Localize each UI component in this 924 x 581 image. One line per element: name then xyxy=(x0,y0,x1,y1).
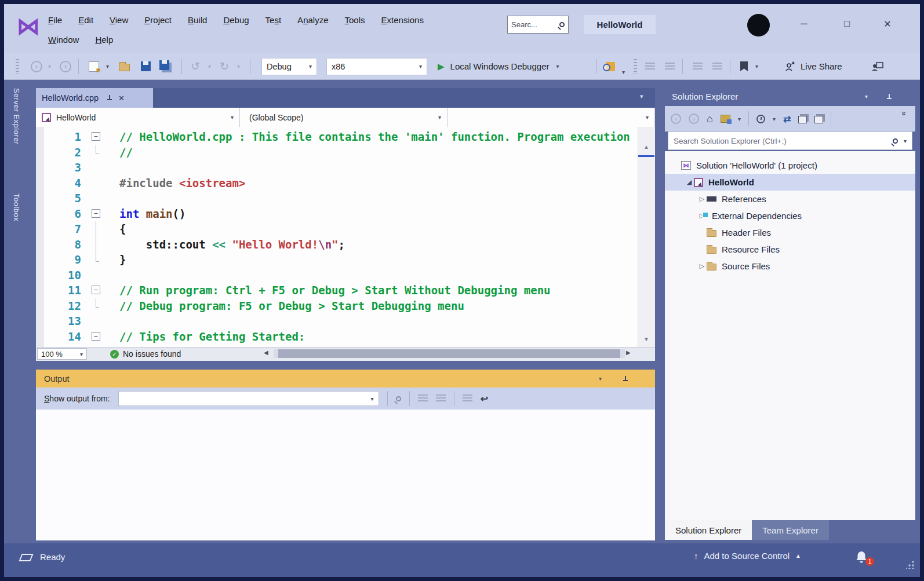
open-file-button[interactable] xyxy=(119,53,130,79)
pin-icon[interactable] xyxy=(623,376,628,382)
nav-project-dropdown[interactable]: HelloWorld ▾ xyxy=(36,108,240,127)
menu-debug[interactable]: Debug xyxy=(215,12,257,28)
user-avatar[interactable] xyxy=(747,14,770,36)
sync-with-active-document-icon[interactable]: ⇄ xyxy=(783,114,791,125)
solution-explorer-search-input[interactable]: Search Solution Explorer (Ctrl+;) ▾ xyxy=(668,131,912,150)
send-feedback-button[interactable] xyxy=(871,53,884,79)
menu-edit[interactable]: Edit xyxy=(70,12,101,28)
collapse-all-icon[interactable] xyxy=(814,116,823,123)
clear-all-icon[interactable] xyxy=(463,394,472,403)
window-resize-grip[interactable] xyxy=(906,561,914,569)
undo-dropdown[interactable]: ▾ xyxy=(208,53,211,79)
tabstrip-overflow-dropdown[interactable]: ▾ xyxy=(640,93,643,100)
maximize-button[interactable]: □ xyxy=(834,14,860,33)
pin-icon[interactable] xyxy=(107,95,112,101)
window-position-dropdown[interactable]: ▾ xyxy=(599,375,602,382)
comment-button[interactable] xyxy=(693,53,703,79)
start-debugging-button[interactable]: ▶ Local Windows Debugger ▾ xyxy=(438,53,559,79)
filter-dropdown[interactable]: ▾ xyxy=(773,116,776,122)
minimize-button[interactable]: ─ xyxy=(791,14,817,33)
se-back-icon[interactable]: ‹ xyxy=(671,114,681,124)
indent-decrease-icon[interactable] xyxy=(645,53,655,79)
search-options-dropdown[interactable]: ▾ xyxy=(904,138,907,144)
nav-scope-dropdown[interactable]: (Global Scope) ▾ xyxy=(240,108,448,127)
editor-vertical-scrollbar[interactable] xyxy=(638,127,655,347)
tree-item-helloworld[interactable]: ◢HelloWorld xyxy=(665,174,915,191)
show-all-files-icon[interactable] xyxy=(798,116,807,123)
redo-button[interactable]: ↻ xyxy=(220,53,229,79)
add-to-source-control-button[interactable]: ↑ Add to Source Control ▲ xyxy=(694,551,801,561)
document-tab-helloworld-cpp[interactable]: HelloWorld.cpp ✕ xyxy=(36,88,153,108)
new-project-dropdown[interactable]: ▾ xyxy=(106,53,109,79)
bookmark-button[interactable] xyxy=(740,53,748,79)
collapse-region-icon[interactable]: − xyxy=(92,209,100,218)
solution-platforms-dropdown[interactable]: x86▾ xyxy=(326,58,427,75)
find-message-icon[interactable] xyxy=(396,396,401,401)
menu-analyze[interactable]: Analyze xyxy=(289,12,336,28)
tree-item-references[interactable]: ▷References xyxy=(665,191,915,207)
close-button[interactable]: ✕ xyxy=(875,14,900,33)
background-tasks-icon[interactable] xyxy=(19,554,33,561)
menu-window[interactable]: Window xyxy=(40,32,87,47)
scroll-right-icon[interactable]: ▶ xyxy=(626,349,635,356)
solution-configurations-dropdown[interactable]: Debug▾ xyxy=(261,58,317,75)
tree-item-solution-helloworld-1-project[interactable]: ⋈Solution 'HelloWorld' (1 project) xyxy=(665,157,915,174)
tree-expander-icon[interactable]: ▷ xyxy=(697,195,707,203)
bottom-tab-team-explorer[interactable]: Team Explorer xyxy=(752,520,829,540)
uncomment-button[interactable] xyxy=(712,53,722,79)
tree-item-external-dependencies[interactable]: ▷External Dependencies xyxy=(665,207,915,224)
new-project-button[interactable] xyxy=(89,53,99,79)
tree-item-header-files[interactable]: Header Files xyxy=(665,224,915,241)
show-output-from-dropdown[interactable]: ▾ xyxy=(118,391,379,406)
tab-close-icon[interactable]: ✕ xyxy=(118,94,125,103)
collapse-region-icon[interactable]: − xyxy=(92,332,100,341)
pin-icon[interactable] xyxy=(886,94,892,100)
menu-view[interactable]: View xyxy=(101,12,136,28)
next-message-icon[interactable] xyxy=(436,394,446,403)
live-share-button[interactable]: Live Share xyxy=(784,53,842,79)
output-content[interactable] xyxy=(36,410,655,540)
toggle-word-wrap-icon[interactable]: ↩ xyxy=(481,393,488,404)
quick-search-input[interactable]: Searc... xyxy=(507,16,569,34)
menu-project[interactable]: Project xyxy=(136,12,180,28)
sidebar-tab-toolbox[interactable]: Toolbox xyxy=(12,193,21,221)
bottom-tab-solution-explorer[interactable]: Solution Explorer xyxy=(665,520,752,540)
collapse-region-icon[interactable]: − xyxy=(92,132,100,141)
indent-increase-icon[interactable] xyxy=(665,53,675,79)
menu-file[interactable]: File xyxy=(40,12,70,28)
scroll-down-icon[interactable]: ▼ xyxy=(638,336,655,342)
nav-member-dropdown[interactable]: ▾ xyxy=(448,108,655,127)
navigate-back-dropdown[interactable]: ▾ xyxy=(48,53,51,79)
undo-button[interactable]: ↺ xyxy=(191,53,200,79)
navigate-back-button[interactable]: ‹ xyxy=(31,53,42,79)
se-toolbar-overflow-icon[interactable]: » xyxy=(900,111,909,116)
tree-expander-icon[interactable]: ◢ xyxy=(685,178,694,186)
output-panel-header[interactable]: Output ▾ xyxy=(36,370,655,388)
menu-tools[interactable]: Tools xyxy=(337,12,373,28)
sidebar-tab-server-explorer[interactable]: Server Explorer xyxy=(12,88,21,145)
bookmark-dropdown[interactable]: ▾ xyxy=(755,53,758,79)
switch-views-icon[interactable] xyxy=(721,115,730,123)
tree-expander-icon[interactable]: ▷ xyxy=(697,262,707,270)
menu-help[interactable]: Help xyxy=(87,32,121,47)
tree-item-source-files[interactable]: ▷Source Files xyxy=(665,258,915,275)
redo-dropdown[interactable]: ▾ xyxy=(237,53,240,79)
scroll-left-icon[interactable]: ◀ xyxy=(264,349,273,356)
pending-changes-filter-icon[interactable] xyxy=(756,115,765,123)
document-health-indicator[interactable]: ✓ No issues found xyxy=(110,348,181,360)
save-button[interactable] xyxy=(141,53,151,79)
scroll-up-icon[interactable]: ▲ xyxy=(638,144,655,150)
editor-zoom-dropdown[interactable]: 100 %▾ xyxy=(37,348,87,360)
menu-extensions[interactable]: Extensions xyxy=(373,12,432,28)
collapse-region-icon[interactable]: − xyxy=(92,286,100,294)
previous-message-icon[interactable] xyxy=(418,394,428,403)
menu-test[interactable]: Test xyxy=(257,12,290,28)
find-in-files-button[interactable] xyxy=(606,53,615,79)
horizontal-scrollbar-thumb[interactable] xyxy=(278,349,620,358)
toolbar-grip[interactable] xyxy=(16,53,19,79)
solution-explorer-header[interactable]: Solution Explorer ▾ xyxy=(665,87,915,106)
tree-item-resource-files[interactable]: Resource Files xyxy=(665,241,915,258)
se-forward-icon[interactable]: › xyxy=(689,114,699,124)
save-all-button[interactable] xyxy=(161,53,169,79)
home-icon[interactable]: ⌂ xyxy=(707,114,713,124)
